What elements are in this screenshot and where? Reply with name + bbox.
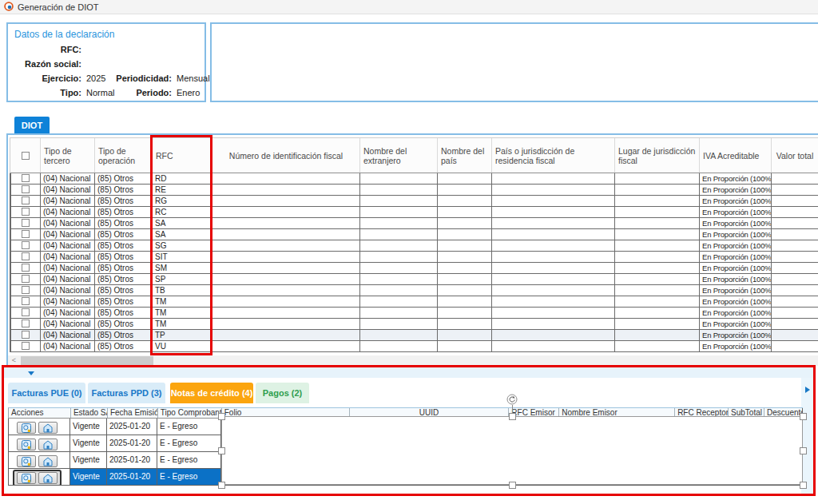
diot-row[interactable]: (04) Nacional(85) OtrosSAEn Proporción (…	[10, 229, 818, 240]
resize-handle-top-right[interactable]	[800, 413, 807, 420]
row-checkbox[interactable]	[22, 208, 30, 216]
row-checkbox[interactable]	[22, 174, 30, 182]
resize-handle-mid-left[interactable]	[218, 447, 225, 454]
resize-handle-bottom-left[interactable]	[218, 482, 225, 489]
tab-pagos[interactable]: Pagos (2)	[256, 383, 309, 403]
diot-row[interactable]: (04) Nacional(85) OtrosSAEn Proporción (…	[10, 218, 818, 229]
diot-cell: (04) Nacional	[41, 285, 95, 296]
field-label: Periodo:	[102, 86, 172, 99]
diot-cell	[772, 185, 818, 196]
export-button[interactable]	[38, 439, 58, 450]
rotate-handle-icon[interactable]	[506, 394, 518, 408]
view-xml-button[interactable]	[17, 439, 36, 450]
export-button[interactable]	[38, 455, 58, 467]
diot-row[interactable]: (04) Nacional(85) OtrosTMEn Proporción (…	[10, 296, 818, 308]
view-xml-button[interactable]	[17, 472, 36, 484]
diot-cell: En Proporción (100%)	[700, 218, 772, 229]
diot-cell	[10, 240, 41, 252]
diot-cell	[772, 207, 818, 218]
export-button[interactable]	[38, 472, 58, 484]
diot-cell	[772, 240, 818, 252]
diot-cell	[492, 196, 615, 207]
diot-cell	[212, 218, 360, 229]
diot-cell	[438, 285, 492, 296]
diot-cell	[360, 173, 438, 185]
diot-row[interactable]: (04) Nacional(85) OtrosSITEn Proporción …	[10, 252, 818, 263]
diot-cell: En Proporción (100%)	[700, 196, 772, 207]
diot-row[interactable]: (04) Nacional(85) OtrosRDEn Proporción (…	[10, 173, 818, 185]
diot-cell: (85) Otros	[95, 240, 153, 252]
column-header: Nombre del extranjero	[360, 138, 438, 173]
row-checkbox[interactable]	[22, 308, 30, 316]
resize-handle-mid-right[interactable]	[800, 447, 807, 454]
row-checkbox[interactable]	[22, 241, 30, 249]
diot-cell	[492, 252, 615, 263]
selection-overlay-rect[interactable]	[221, 416, 803, 485]
diot-row[interactable]: (04) Nacional(85) OtrosRGEn Proporción (…	[10, 196, 818, 207]
row-checkbox[interactable]	[22, 331, 30, 339]
diot-cell: (04) Nacional	[41, 207, 95, 218]
tab-diot[interactable]: DIOT	[14, 117, 50, 134]
diot-cell: En Proporción (100%)	[700, 308, 772, 319]
row-checkbox[interactable]	[22, 286, 30, 294]
diot-cell	[438, 173, 492, 185]
diot-cell	[10, 330, 41, 341]
diot-row[interactable]: (04) Nacional(85) OtrosTMEn Proporción (…	[10, 308, 818, 319]
diot-cell	[10, 319, 41, 330]
window-titlebar: Generación de DIOT	[0, 0, 818, 14]
collapse-bar[interactable]	[4, 367, 813, 378]
diot-cell	[360, 229, 438, 240]
diot-cell	[615, 308, 700, 319]
export-button[interactable]	[38, 422, 58, 434]
diot-cell	[438, 330, 492, 341]
diot-cell	[615, 173, 700, 185]
diot-cell: (04) Nacional	[41, 341, 95, 352]
diot-row[interactable]: (04) Nacional(85) OtrosTMEn Proporción (…	[10, 319, 818, 330]
diot-cell	[10, 308, 41, 319]
row-checkbox[interactable]	[22, 264, 30, 272]
diot-row[interactable]: (04) Nacional(85) OtrosTPEn Proporción (…	[10, 330, 818, 341]
field-label: RFC:	[8, 43, 81, 56]
view-xml-button[interactable]	[17, 455, 36, 467]
row-checkbox[interactable]	[22, 275, 30, 283]
diot-cell	[492, 173, 615, 185]
resize-handle-top-center[interactable]	[509, 413, 516, 420]
diot-cell	[212, 196, 360, 207]
view-xml-button[interactable]	[17, 422, 36, 434]
diot-row[interactable]: (04) Nacional(85) OtrosREEn Proporción (…	[10, 185, 818, 196]
diot-row[interactable]: (04) Nacional(85) OtrosTBEn Proporción (…	[10, 285, 818, 296]
diot-cell	[492, 285, 615, 296]
tab-notas-de-credito[interactable]: Notas de crédito (4)	[170, 383, 253, 403]
select-all-checkbox[interactable]	[22, 152, 30, 160]
diot-row[interactable]: (04) Nacional(85) OtrosRCEn Proporción (…	[10, 207, 818, 218]
row-checkbox[interactable]	[22, 219, 30, 227]
row-checkbox[interactable]	[22, 252, 30, 260]
row-checkbox[interactable]	[22, 196, 30, 204]
document-cell	[8, 469, 70, 486]
diot-cell	[438, 185, 492, 196]
row-checkbox[interactable]	[22, 297, 30, 305]
diot-cell	[360, 240, 438, 252]
resize-handle-bottom-center[interactable]	[509, 482, 516, 489]
diot-row[interactable]: (04) Nacional(85) OtrosVUEn Proporción (…	[10, 341, 818, 352]
row-checkbox[interactable]	[22, 319, 30, 327]
diot-cell	[212, 229, 360, 240]
row-checkbox[interactable]	[22, 185, 30, 193]
diot-cell: En Proporción (100%)	[700, 285, 772, 296]
tab-facturas-ppd[interactable]: Facturas PPD (3)	[88, 383, 165, 403]
collapse-icon[interactable]	[28, 371, 34, 375]
diot-row[interactable]: (04) Nacional(85) OtrosSGEn Proporción (…	[10, 240, 818, 252]
diot-cell: En Proporción (100%)	[700, 229, 772, 240]
diot-cell	[438, 263, 492, 274]
row-checkbox[interactable]	[22, 342, 30, 350]
scrollbar-thumb[interactable]	[21, 356, 153, 365]
row-checkbox[interactable]	[22, 230, 30, 238]
resize-handle-top-left[interactable]	[218, 413, 225, 420]
tab-facturas-pue[interactable]: Facturas PUE (0)	[8, 383, 85, 403]
diot-cell	[772, 330, 818, 341]
diot-row[interactable]: (04) Nacional(85) OtrosSMEn Proporción (…	[10, 263, 818, 274]
resize-handle-bottom-right[interactable]	[800, 482, 807, 489]
expand-icon[interactable]	[805, 387, 810, 393]
diot-cell	[10, 252, 41, 263]
diot-row[interactable]: (04) Nacional(85) OtrosSPEn Proporción (…	[10, 274, 818, 285]
